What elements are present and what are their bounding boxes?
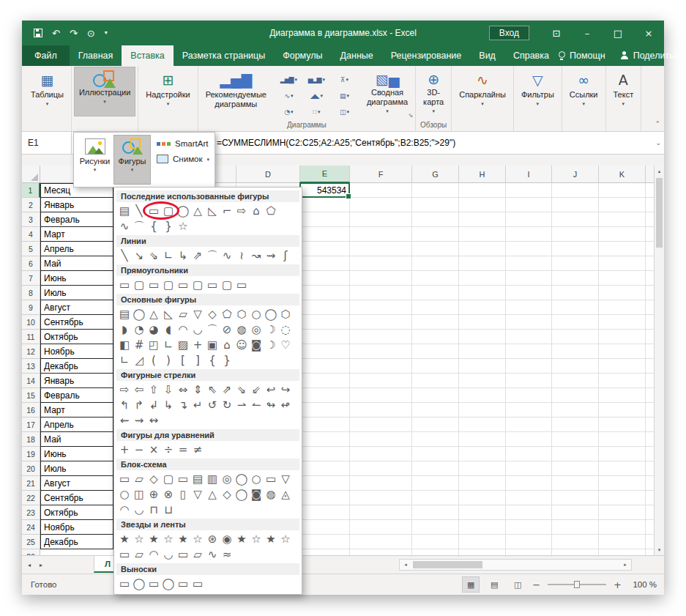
sign-in-button[interactable]: Вход bbox=[489, 26, 529, 40]
ribbon-tab-6[interactable]: Рецензирование bbox=[382, 45, 471, 66]
shape-option[interactable]: ◰ bbox=[146, 338, 161, 352]
shape-option[interactable]: ∿ bbox=[220, 248, 234, 263]
shape-option[interactable]: ▱ bbox=[176, 307, 190, 322]
cell[interactable] bbox=[552, 271, 599, 286]
shape-option[interactable]: ↫ bbox=[278, 398, 293, 412]
shape-option[interactable]: ◿ bbox=[132, 353, 146, 368]
shape-option[interactable]: ☽ bbox=[264, 338, 278, 352]
shape-option[interactable]: ★ bbox=[117, 532, 132, 546]
shape-option[interactable]: ☆ bbox=[176, 219, 190, 234]
cell[interactable] bbox=[646, 476, 654, 491]
shape-option[interactable]: ▽ bbox=[190, 487, 205, 502]
cell[interactable] bbox=[646, 286, 654, 300]
shape-option[interactable]: ▢ bbox=[161, 204, 176, 218]
row-header-2[interactable]: 2 bbox=[22, 198, 40, 212]
zoom-slider-thumb[interactable] bbox=[574, 581, 580, 588]
cell[interactable] bbox=[350, 330, 412, 344]
shape-option[interactable]: ⇘ bbox=[234, 382, 249, 397]
shape-option[interactable]: ▢ bbox=[190, 278, 205, 292]
cell[interactable] bbox=[412, 535, 459, 549]
redo-icon[interactable]: ↷ bbox=[70, 29, 78, 38]
row-header-18[interactable]: 18 bbox=[22, 432, 40, 447]
column-header-F[interactable]: F bbox=[350, 166, 412, 183]
shape-option[interactable]: ◠ bbox=[117, 502, 132, 517]
minimize-button[interactable]: – bbox=[572, 21, 603, 45]
pivot-chart-button[interactable]: ▧▅Своднаядиаграмма▾ bbox=[362, 67, 413, 116]
cell[interactable] bbox=[599, 242, 646, 256]
shape-option[interactable]: { bbox=[146, 219, 161, 234]
shape-option[interactable]: + bbox=[190, 338, 205, 352]
cell[interactable]: Январь bbox=[40, 374, 113, 388]
shape-option[interactable]: ▱ bbox=[190, 547, 205, 562]
row-header-9[interactable]: 9 bbox=[22, 300, 40, 315]
customize-qat-icon[interactable]: ▾ bbox=[105, 30, 108, 36]
cell[interactable] bbox=[506, 359, 552, 374]
ribbon-tab-8[interactable]: Справка bbox=[504, 45, 558, 66]
shape-option[interactable]: ↝ bbox=[249, 248, 264, 263]
cell[interactable] bbox=[459, 461, 506, 476]
shape-option[interactable]: ▭ bbox=[205, 278, 220, 292]
shape-option[interactable]: ∟ bbox=[161, 338, 176, 352]
shape-option[interactable]: ╲ bbox=[132, 204, 146, 218]
cell[interactable] bbox=[300, 476, 350, 491]
shape-option[interactable]: ★ bbox=[234, 532, 249, 546]
row-header-19[interactable]: 19 bbox=[22, 447, 40, 461]
cell[interactable] bbox=[552, 461, 599, 476]
cell[interactable] bbox=[599, 300, 646, 315]
shape-option[interactable]: ⇀ bbox=[234, 398, 249, 412]
shape-option[interactable]: ⇝ bbox=[264, 248, 278, 263]
cell[interactable]: Август bbox=[40, 300, 113, 315]
cell[interactable] bbox=[300, 418, 350, 432]
shape-option[interactable]: ⌒ bbox=[205, 248, 220, 263]
shape-option[interactable]: ⇨ bbox=[234, 204, 249, 218]
cell[interactable] bbox=[459, 476, 506, 491]
cell[interactable] bbox=[646, 242, 654, 256]
shape-option[interactable]: ◡ bbox=[190, 322, 205, 337]
cell[interactable] bbox=[300, 330, 350, 344]
shape-option[interactable]: ≠ bbox=[190, 442, 205, 457]
cell[interactable] bbox=[459, 242, 506, 256]
cell[interactable] bbox=[599, 388, 646, 403]
shape-option[interactable]: ☆ bbox=[278, 532, 293, 546]
cell[interactable] bbox=[350, 403, 412, 418]
file-tab[interactable]: Файл bbox=[22, 45, 70, 66]
cell[interactable] bbox=[300, 505, 350, 520]
shape-option[interactable]: ▥ bbox=[205, 472, 220, 486]
tables-button[interactable]: ▦Таблицы▾ bbox=[26, 67, 69, 116]
column-header-L[interactable]: L bbox=[646, 166, 654, 183]
sheet-nav-left-icon[interactable]: ◂ bbox=[28, 562, 31, 568]
zoom-in-button[interactable]: + bbox=[614, 579, 622, 590]
select-all-corner[interactable] bbox=[22, 166, 40, 183]
shape-option[interactable]: ☆ bbox=[249, 532, 264, 546]
chart-type-button[interactable]: ◫▾ bbox=[331, 104, 358, 119]
formula-input[interactable]: =СУММЕСЛИМН(C2:C25;A2:A25;"Сентябрь";B2:… bbox=[217, 132, 455, 154]
chart-type-button[interactable]: ∷▾ bbox=[303, 104, 330, 119]
cell[interactable] bbox=[552, 212, 599, 227]
cell[interactable]: Март bbox=[40, 227, 113, 242]
cell[interactable]: Июнь bbox=[40, 271, 113, 286]
formula-bar-expand-icon[interactable]: ⌄ bbox=[655, 132, 661, 154]
shape-option[interactable]: ◯ bbox=[132, 576, 146, 591]
cell[interactable] bbox=[459, 491, 506, 505]
shape-option[interactable]: ↱ bbox=[132, 398, 146, 412]
shape-option[interactable]: ⇦ bbox=[132, 382, 146, 397]
cell[interactable] bbox=[350, 491, 412, 505]
cell[interactable] bbox=[350, 271, 412, 286]
row-header-5[interactable]: 5 bbox=[22, 242, 40, 256]
maximize-button[interactable]: □ bbox=[603, 21, 633, 45]
row-header-8[interactable]: 8 bbox=[22, 286, 40, 300]
cell[interactable] bbox=[599, 212, 646, 227]
cell[interactable] bbox=[300, 359, 350, 374]
cell[interactable] bbox=[599, 315, 646, 330]
cell[interactable] bbox=[350, 476, 412, 491]
row-header-20[interactable]: 20 bbox=[22, 461, 40, 476]
cell[interactable] bbox=[552, 344, 599, 359]
row-header-16[interactable]: 16 bbox=[22, 403, 40, 418]
shape-option[interactable]: ⌂ bbox=[220, 338, 234, 352]
cell[interactable] bbox=[599, 432, 646, 447]
shape-option[interactable]: ⇕ bbox=[190, 382, 205, 397]
cell[interactable] bbox=[552, 535, 599, 549]
cell[interactable] bbox=[412, 476, 459, 491]
dialog-launcher-icon[interactable]: ⇘ bbox=[408, 112, 413, 119]
shape-option[interactable]: ▤ bbox=[117, 307, 132, 322]
